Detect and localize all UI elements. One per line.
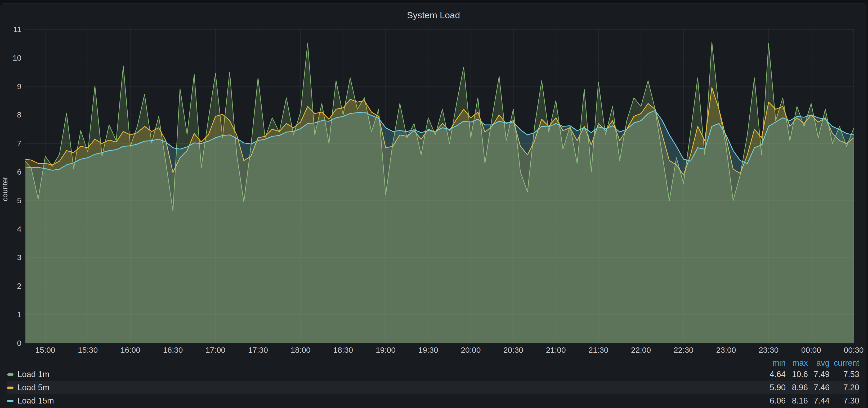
legend-stat-avg: 7.44	[808, 396, 830, 406]
x-tick-label: 00:30	[835, 345, 868, 355]
dashboard-page: System Load counter 01234567891011 15:00…	[0, 0, 868, 408]
legend-row: Load 15m6.068.167.447.30	[7, 394, 859, 407]
x-tick-label: 18:00	[282, 345, 319, 355]
x-tick-label: 22:00	[623, 345, 660, 355]
x-tick-label: 16:00	[112, 345, 149, 355]
y-tick-label: 9	[1, 82, 22, 91]
legend-series-label[interactable]: Load 5m	[18, 383, 50, 393]
x-tick-label: 15:00	[27, 345, 64, 355]
legend-stat-avg: 7.49	[808, 370, 830, 379]
legend-table: minmaxavgcurrent Load 1m4.6410.67.497.53…	[7, 358, 859, 407]
legend-stat-min: 4.64	[761, 370, 786, 379]
legend-stat-header-avg[interactable]: avg	[808, 358, 830, 368]
legend-stat-current: 7.20	[830, 383, 859, 393]
y-tick-label: 7	[1, 139, 22, 148]
x-tick-label: 18:30	[324, 345, 362, 355]
legend-header-row: minmaxavgcurrent	[7, 358, 859, 368]
legend-stat-avg: 7.46	[808, 383, 830, 393]
legend-stat-header-current[interactable]: current	[830, 358, 859, 368]
x-tick-label: 00:00	[793, 345, 830, 355]
legend-series-swatch-icon[interactable]	[7, 373, 13, 376]
legend-stat-current: 7.53	[830, 370, 859, 379]
legend-stat-header-min[interactable]: min	[761, 358, 786, 368]
x-tick-label: 16:30	[154, 345, 191, 355]
legend-series-swatch-icon[interactable]	[7, 400, 13, 402]
y-tick-label: 8	[1, 110, 22, 119]
legend-row: Load 1m4.6410.67.497.53	[7, 368, 859, 381]
legend-row: Load 5m5.908.967.467.20	[7, 381, 859, 394]
x-tick-label: 15:30	[69, 345, 106, 355]
x-tick-label: 20:00	[452, 345, 489, 355]
x-tick-label: 19:30	[410, 345, 447, 355]
legend-stat-min: 5.90	[761, 383, 786, 393]
y-tick-label: 0	[1, 339, 22, 348]
x-tick-label: 23:30	[750, 345, 787, 355]
legend-stat-max: 8.96	[786, 383, 808, 393]
legend-stat-max: 8.16	[786, 396, 808, 406]
legend-series-swatch-icon[interactable]	[7, 386, 13, 389]
panel-title[interactable]: System Load	[1, 10, 866, 21]
x-tick-label: 17:30	[239, 345, 276, 355]
x-tick-label: 23:00	[708, 345, 745, 355]
panel-header: System Load	[1, 4, 866, 23]
legend-series-label[interactable]: Load 1m	[18, 370, 50, 379]
x-tick-label: 21:30	[580, 345, 617, 355]
x-tick-label: 20:30	[495, 345, 532, 355]
y-tick-label: 3	[1, 253, 22, 262]
y-tick-label: 2	[1, 281, 22, 291]
panel-system-load: System Load counter 01234567891011 15:00…	[1, 3, 866, 408]
y-tick-label: 10	[1, 54, 22, 62]
x-tick-label: 19:00	[367, 345, 404, 355]
legend-stat-max: 10.6	[786, 370, 808, 379]
y-tick-label: 4	[1, 225, 22, 234]
x-tick-label: 22:30	[665, 345, 702, 355]
x-tick-label: 21:00	[537, 345, 574, 355]
legend-series-label[interactable]: Load 15m	[18, 396, 54, 406]
legend-stat-current: 7.30	[830, 396, 859, 406]
x-tick-label: 17:00	[197, 345, 234, 355]
time-series-chart[interactable]	[25, 27, 854, 344]
legend-stat-min: 6.06	[761, 396, 786, 406]
y-tick-label: 11	[1, 25, 22, 34]
y-tick-label: 5	[1, 196, 22, 205]
y-tick-label: 1	[1, 310, 22, 319]
legend-stat-header-max[interactable]: max	[786, 358, 808, 368]
y-tick-label: 6	[1, 168, 22, 176]
